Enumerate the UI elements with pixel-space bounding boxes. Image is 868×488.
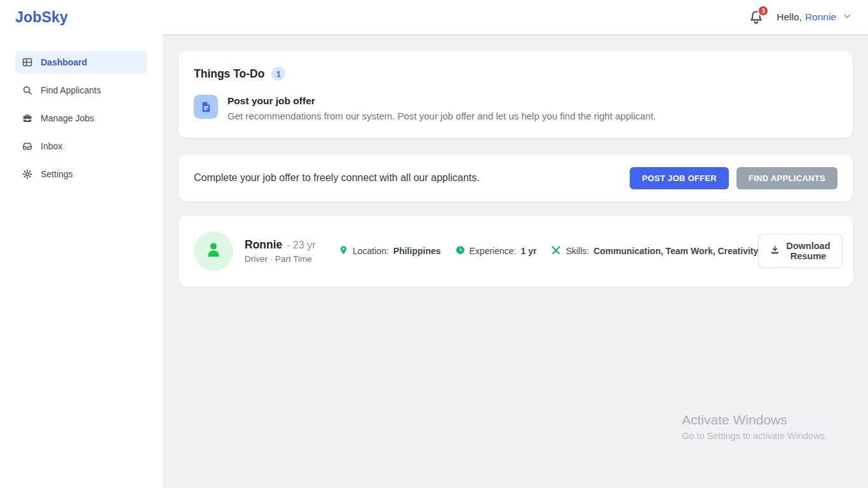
skills-label: Skills: [566,246,589,256]
applicant-name-block: Ronnie - 23 yr Driver · Part Time [245,238,329,264]
greeting-text: Hello, [776,11,802,23]
location-label: Location: [353,246,389,256]
cta-card: Complete your job offer to freely connec… [179,154,853,201]
applicant-card: Ronnie - 23 yr Driver · Part Time Locati… [179,215,853,287]
skills-value: Communication, Team Work, Creativity [593,246,758,256]
sidebar-item-find-applicants[interactable]: Find Applicants [15,79,147,102]
todo-item-description: Get recommendations from our system. Pos… [227,111,656,121]
main-content: Things To-Do 1 Post yo [163,34,868,488]
todo-item-text: Post your job offer Get recommendations … [227,95,656,121]
sidebar-item-label: Find Applicants [41,85,101,95]
cta-buttons: POST JOB OFFER FIND APPLICANTS [630,167,837,189]
sidebar-item-label: Manage Jobs [41,113,94,123]
app-logo[interactable]: JobSky [15,9,68,26]
inbox-icon [22,141,32,151]
applicant-experience: Experience: 1 yr [456,245,537,257]
sidebar: Dashboard Find Applicants Manage Jobs [0,34,163,488]
applicant-name-row: Ronnie - 23 yr [245,238,329,252]
post-job-offer-button[interactable]: POST JOB OFFER [630,167,729,189]
sidebar-item-settings[interactable]: Settings [15,163,147,186]
experience-label: Experience: [470,246,517,256]
notifications-button[interactable]: 3 [749,10,764,25]
document-icon [194,95,218,119]
briefcase-icon [22,113,32,123]
applicant-age: - 23 yr [287,240,315,251]
location-pin-icon [339,245,348,257]
sidebar-item-dashboard[interactable]: Dashboard [15,51,147,74]
download-resume-label: Download Resume [786,241,830,261]
person-icon [203,240,224,262]
find-applicants-button[interactable]: FIND APPLICANTS [736,167,837,189]
sidebar-item-inbox[interactable]: Inbox [15,135,147,158]
applicant-meta-row: Location: Philippines Experience: 1 yr [339,245,758,257]
topbar-right: 3 Hello, Ronnie [749,10,851,25]
applicant-location: Location: Philippines [339,245,441,257]
todo-item-post-job-offer[interactable]: Post your job offer Get recommendations … [194,95,837,121]
todo-count-badge: 1 [271,67,285,81]
todo-item-title: Post your job offer [227,95,656,107]
sidebar-item-label: Inbox [41,141,62,151]
location-value: Philippines [393,246,441,256]
bell-icon [749,16,764,27]
applicant-skills: Skills: Communication, Team Work, Creati… [551,245,758,257]
grid-icon [22,57,32,67]
search-icon [22,85,32,95]
sidebar-item-manage-jobs[interactable]: Manage Jobs [15,107,147,130]
username: Ronnie [805,11,836,23]
sidebar-item-label: Settings [41,169,73,179]
cta-message: Complete your job offer to freely connec… [194,172,630,184]
download-icon [770,245,780,257]
topbar: JobSky 3 Hello, Ronnie [0,0,868,34]
gear-icon [22,169,32,179]
clock-icon [456,245,465,257]
chevron-down-icon [839,11,851,23]
tools-icon [551,245,561,257]
todo-card: Things To-Do 1 Post yo [179,51,853,138]
experience-value: 1 yr [520,246,536,256]
sidebar-item-label: Dashboard [41,57,87,67]
applicant-role: Driver · Part Time [245,254,329,264]
todo-card-title: Things To-Do [194,67,264,81]
notification-badge: 3 [757,5,769,17]
user-menu[interactable]: Hello, Ronnie [776,11,851,23]
download-resume-button[interactable]: Download Resume [758,234,842,268]
applicant-name: Ronnie [245,238,282,252]
todo-title-row: Things To-Do 1 [194,67,837,81]
avatar [194,231,233,271]
